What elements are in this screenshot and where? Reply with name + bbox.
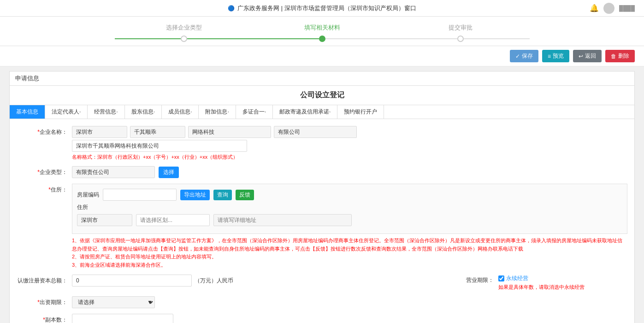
preview-button[interactable]: ≡ 预览: [542, 50, 569, 62]
copies-content: [72, 314, 627, 323]
header-title: 广东政务服务网 | 深圳市市场监督管理局（深圳市知识产权局）窗口: [237, 4, 416, 12]
feedback-button[interactable]: 反馈: [236, 190, 254, 200]
address-content: 房屋编码 导出地址 查询 反馈 住所: [72, 184, 627, 269]
step-1-line-right: [187, 38, 253, 39]
step-1: 选择企业类型: [115, 24, 253, 42]
capital-business-content: （万元）人民币 营业期限： 永续经营 如果是具体年数，请取消选中永续经营: [72, 275, 627, 291]
address-section: 房屋编码 导出地址 查询 反馈 住所: [72, 184, 627, 234]
step-1-dot: [181, 36, 187, 42]
enterprise-type-label: *企业类型：: [17, 166, 72, 176]
tab-additional[interactable]: 附加信息·: [199, 105, 236, 119]
bell-icon[interactable]: 🔔: [590, 4, 599, 12]
top-header: 🔵 广东政务服务网 | 深圳市市场监督管理局（深圳市知识产权局）窗口 🔔 ███…: [0, 0, 644, 17]
house-code-input[interactable]: [103, 189, 177, 201]
company-name-row: *企业名称： 名称格式：深圳市（行政区划）+xx（字号）+xx（行业）+xx（组…: [17, 126, 627, 161]
contribution-period-row: *出资期限： 请选择 ▼: [17, 296, 627, 308]
tabs-nav: 基本信息 法定代表人· 经营信息· 股东信息· 成员信息· 附加信息· 多证合一…: [9, 105, 635, 119]
step-3-dot: [457, 36, 464, 42]
business-period-wrap: 永续经营 如果是具体年数，请取消选中永续经营: [498, 275, 585, 291]
export-address-button[interactable]: 导出地址: [180, 190, 210, 200]
header-logo-icon: 🔵: [228, 5, 235, 12]
tab-basic-info[interactable]: 基本信息: [10, 105, 45, 119]
tab-shareholders[interactable]: 股东信息·: [125, 105, 162, 119]
capital-label: 认缴注册资本总额：: [17, 275, 72, 285]
contribution-period-content: 请选择 ▼: [72, 296, 627, 308]
tab-members[interactable]: 成员信息·: [162, 105, 199, 119]
company-name-content: 名称格式：深圳市（行政区划）+xx（字号）+xx（行业）+xx（组织形式）: [72, 126, 627, 161]
step-bar: 选择企业类型 填写相关材料 提交审批: [0, 17, 644, 46]
preview-icon: ≡: [548, 53, 551, 60]
step-2-label: 填写相关材料: [304, 24, 340, 32]
capital-period-row: 认缴注册资本总额： （万元）人民币 营业期限：: [17, 275, 627, 291]
enterprise-type-select-button[interactable]: 选择: [159, 167, 179, 178]
address-code-row: 房屋编码 导出地址 查询 反馈: [77, 189, 622, 201]
contribution-period-label: *出资期限：: [17, 296, 72, 306]
perpetual-label: 永续经营: [506, 275, 528, 282]
step-3-line-right: [464, 38, 530, 39]
capital-input[interactable]: [72, 275, 192, 287]
copies-input[interactable]: [72, 314, 173, 323]
house-code-label: 房屋编码: [77, 191, 99, 199]
tab-bank[interactable]: 预约银行开户: [337, 105, 384, 119]
detail-address-input[interactable]: [213, 214, 352, 226]
delete-icon: 🗑: [611, 53, 616, 60]
tab-multi-cert[interactable]: 多证合一·: [236, 105, 273, 119]
enterprise-type-input[interactable]: [72, 166, 155, 178]
section-header: 申请信息: [9, 71, 635, 86]
city-input[interactable]: [72, 126, 127, 138]
capital-unit: （万元）人民币: [195, 277, 233, 285]
address-name-row: 住所: [77, 203, 622, 211]
business-period-label: 营业期限：: [466, 275, 494, 284]
query-button[interactable]: 查询: [213, 190, 232, 200]
format-hint: 名称格式：深圳市（行政区划）+xx（字号）+xx（行业）+xx（组织形式）: [72, 154, 627, 161]
perpetual-checkbox-row: 永续经营: [498, 275, 585, 282]
address-district-row: [77, 214, 622, 226]
copies-label: *副本数：: [17, 314, 72, 323]
toolbar: ✓ 保存 ≡ 预览 ↩ 返回 🗑 删除: [0, 46, 644, 66]
business-period-right: 营业期限： 永续经营 如果是具体年数，请取消选中永续经营: [466, 275, 627, 291]
notice-text: 1、依据《深圳市应用统一地址库加强商事登记与监管工作方案》，在全市范围（深汕合作…: [72, 237, 627, 269]
section-header-label: 申请信息: [15, 75, 39, 82]
contribution-period-select[interactable]: 请选择: [72, 296, 155, 308]
enterprise-type-content: 选择: [72, 166, 627, 178]
username-text: ████: [619, 5, 635, 12]
district-input[interactable]: [136, 214, 210, 226]
main-content: 申请信息 公司设立登记 基本信息 法定代表人· 经营信息· 股东信息· 成员信息…: [0, 66, 644, 323]
tab-postal[interactable]: 邮政寄递及信用承诺·: [273, 105, 337, 119]
address-field-label: 住所: [77, 203, 88, 211]
city-select-input[interactable]: [77, 214, 132, 226]
delete-button[interactable]: 🗑 删除: [605, 50, 635, 62]
perpetual-checkbox[interactable]: [498, 275, 504, 281]
save-button[interactable]: ✓ 保存: [510, 50, 538, 62]
capital-section: （万元）人民币: [72, 275, 452, 287]
tab-business-info[interactable]: 经营信息·: [88, 105, 124, 119]
tab-legal-rep[interactable]: 法定代表人·: [45, 105, 88, 119]
copies-row: *副本数：: [17, 314, 627, 323]
company-full-name-input[interactable]: [72, 140, 247, 152]
header-icons: 🔔 ████: [590, 3, 635, 14]
step-2-line-right: [325, 38, 391, 39]
company-type-input[interactable]: [274, 126, 357, 138]
step-2-line-left: [253, 38, 319, 39]
step-3-line-left: [391, 38, 457, 39]
industry-input[interactable]: [188, 126, 271, 138]
page-title: 公司设立登记: [9, 86, 635, 105]
save-icon: ✓: [515, 53, 520, 60]
step-3: 提交审批: [391, 24, 530, 42]
two-col-wrap: （万元）人民币 营业期限： 永续经营 如果是具体年数，请取消选中永续经营: [72, 275, 627, 291]
form-area: *企业名称： 名称格式：深圳市（行政区划）+xx（字号）+xx（行业）+xx（组…: [9, 119, 635, 323]
user-icon[interactable]: [603, 3, 614, 14]
enterprise-type-row: *企业类型： 选择: [17, 166, 627, 178]
step-3-label: 提交审批: [449, 24, 473, 32]
step-2: 填写相关材料: [253, 24, 391, 42]
back-icon: ↩: [579, 53, 583, 60]
capital-left: （万元）人民币: [72, 275, 452, 287]
address-label: *住所：: [17, 184, 72, 194]
perpetual-warn: 如果是具体年数，请取消选中永续经营: [498, 284, 585, 291]
back-button[interactable]: ↩ 返回: [573, 50, 602, 62]
step-1-line-left: [115, 38, 181, 39]
step-1-label: 选择企业类型: [166, 24, 202, 32]
word-input[interactable]: [130, 126, 185, 138]
company-name-label: *企业名称：: [17, 126, 72, 136]
step-2-dot: [319, 36, 325, 42]
